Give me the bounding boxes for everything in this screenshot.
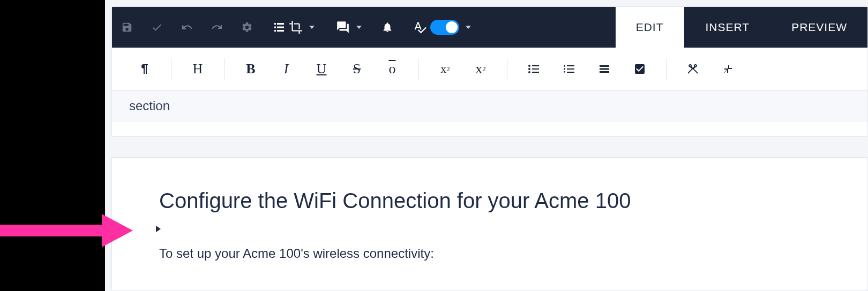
- tab-edit[interactable]: EDIT: [616, 7, 684, 48]
- settings-button[interactable]: [232, 7, 262, 48]
- bullet-list-button[interactable]: [516, 57, 551, 81]
- notifications-button[interactable]: [372, 7, 402, 48]
- save-icon: [121, 21, 133, 33]
- pilcrow-icon: [138, 63, 151, 75]
- chevron-down-icon: [356, 26, 362, 29]
- document-paragraph[interactable]: To set up your Acme 100's wireless conne…: [159, 246, 820, 261]
- disclosure-triangle[interactable]: [156, 226, 161, 232]
- cut-button[interactable]: [675, 57, 710, 81]
- save-button[interactable]: [112, 7, 142, 48]
- formatting-toolbar: H B I U S o x2 x2: [112, 48, 867, 90]
- document-title[interactable]: Configure the WiFi Connection for your A…: [159, 189, 820, 213]
- layout-dropdown[interactable]: [262, 7, 325, 48]
- comments-dropdown[interactable]: [325, 7, 372, 48]
- heading-button[interactable]: H: [180, 57, 215, 81]
- toggle-knob: [446, 21, 458, 33]
- tab-insert[interactable]: INSERT: [685, 7, 770, 48]
- tab-preview[interactable]: PREVIEW: [771, 7, 867, 48]
- separator: [666, 58, 667, 80]
- overline-button[interactable]: o: [375, 57, 410, 81]
- checklist-button[interactable]: [622, 57, 657, 81]
- bell-icon: [381, 21, 393, 33]
- side-black-bar: [0, 0, 105, 291]
- collapse-icon: [722, 63, 735, 75]
- spellcheck-toggle[interactable]: [430, 20, 459, 35]
- strikethrough-button[interactable]: S: [339, 57, 375, 81]
- scissors-icon: [686, 63, 699, 75]
- underline-button[interactable]: U: [304, 57, 339, 81]
- editor-toolbars-panel: EDIT INSERT PREVIEW H B I U S o x2 x2: [111, 6, 868, 137]
- layout-icon: [273, 21, 286, 34]
- redo-icon: [211, 21, 223, 33]
- document-canvas[interactable]: Configure the WiFi Connection for your A…: [111, 157, 868, 291]
- checklist-icon: [633, 63, 646, 75]
- chevron-down-icon: [309, 26, 315, 29]
- subscript-button[interactable]: x2: [463, 57, 498, 81]
- comments-icon: [336, 20, 350, 34]
- spellcheck-toggle-group[interactable]: [402, 7, 482, 48]
- numbered-list-button[interactable]: [551, 57, 587, 81]
- top-toolbar: EDIT INSERT PREVIEW: [112, 7, 867, 48]
- breadcrumb[interactable]: section: [112, 90, 867, 121]
- check-icon: [151, 21, 163, 33]
- crop-icon: [289, 20, 303, 34]
- redo-button[interactable]: [202, 7, 232, 48]
- gear-icon: [241, 21, 253, 33]
- chevron-down-icon: [466, 26, 471, 29]
- undo-button[interactable]: [172, 7, 202, 48]
- paragraph-button[interactable]: [127, 57, 162, 81]
- italic-button[interactable]: I: [268, 57, 304, 81]
- approve-button[interactable]: [142, 7, 172, 48]
- separator: [224, 58, 225, 80]
- separator: [507, 58, 507, 80]
- block-list-button[interactable]: [587, 57, 622, 81]
- bullet-list-icon: [527, 63, 540, 75]
- mode-tabs: EDIT INSERT PREVIEW: [616, 7, 867, 48]
- bold-button[interactable]: B: [233, 57, 268, 81]
- undo-icon: [181, 21, 193, 33]
- superscript-button[interactable]: x2: [428, 57, 463, 81]
- numbered-list-icon: [563, 63, 575, 75]
- spellcheck-icon: [413, 20, 427, 34]
- separator: [171, 58, 171, 80]
- collapse-button[interactable]: [710, 57, 746, 81]
- block-list-icon: [598, 63, 611, 75]
- separator: [418, 58, 419, 80]
